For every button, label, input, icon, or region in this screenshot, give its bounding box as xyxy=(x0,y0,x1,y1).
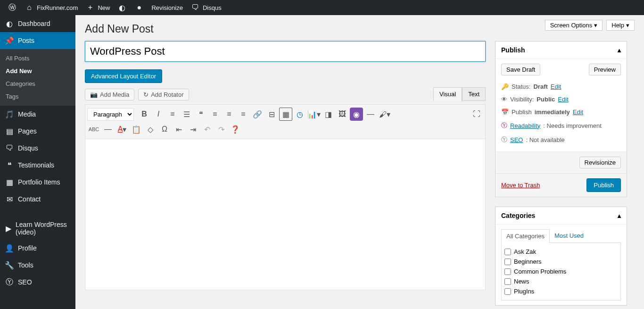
clear-button[interactable]: ◇ xyxy=(144,123,157,136)
timer-button[interactable]: ◷ xyxy=(293,108,306,121)
site-link[interactable]: ⌂FixRunner.com xyxy=(21,0,82,15)
all-categories-tab[interactable]: All Categories xyxy=(501,229,550,243)
category-checkbox[interactable] xyxy=(504,288,511,295)
toolbar-toggle-button[interactable]: ▦ xyxy=(279,108,292,121)
brush-button[interactable]: 🖌▾ xyxy=(378,108,391,121)
sidebar-item-profile[interactable]: 👤Profile xyxy=(0,240,75,257)
hr2-button[interactable]: — xyxy=(101,123,115,136)
specialchar-button[interactable]: Ω xyxy=(158,123,171,136)
screen-options-button[interactable]: Screen Options ▾ xyxy=(545,20,603,31)
sidebar-item-posts[interactable]: 📌Posts xyxy=(0,32,75,49)
admin-sidebar: ◐Dashboard 📌Posts All Posts Add New Cate… xyxy=(0,15,75,309)
editor-body[interactable] xyxy=(85,139,486,290)
align-right-button[interactable]: ≡ xyxy=(237,108,250,121)
move-to-trash-link[interactable]: Move to Trash xyxy=(501,182,540,189)
align-left-button[interactable]: ≡ xyxy=(208,108,222,121)
hr-button[interactable]: — xyxy=(364,108,377,121)
publish-button[interactable]: Publish xyxy=(586,178,621,192)
category-checkbox[interactable] xyxy=(504,249,511,255)
fullscreen-button[interactable]: ⛶ xyxy=(470,108,483,121)
outdent-button[interactable]: ⇤ xyxy=(172,123,185,136)
bullet-list-button[interactable]: ≡ xyxy=(166,108,179,121)
textcolor-button[interactable]: A▾ xyxy=(116,123,129,136)
add-rotator-button[interactable]: ↻Add Rotator xyxy=(138,89,189,100)
edit-status-link[interactable]: Edit xyxy=(551,83,561,90)
editor-toolbar: Paragraph B I ≡ ☰ ❝ ≡ ≡ ≡ 🔗 ⊟ ▦ ◷ 📊▾ xyxy=(85,104,486,139)
category-item[interactable]: News xyxy=(504,276,619,286)
subitem-tags[interactable]: Tags xyxy=(0,90,75,103)
sidebar-item-portfolio[interactable]: ▦Portfolio Items xyxy=(0,174,75,191)
category-checkbox[interactable] xyxy=(504,259,511,265)
edit-schedule-link[interactable]: Edit xyxy=(573,109,583,116)
pages-icon: ▤ xyxy=(5,126,14,136)
shortcode-button[interactable]: ◉ xyxy=(350,108,363,121)
category-item[interactable]: Ask Zak xyxy=(504,247,619,257)
indent-button[interactable]: ⇥ xyxy=(186,123,199,136)
link-button[interactable]: 🔗 xyxy=(251,108,264,121)
sidebar-item-seo[interactable]: ⓎSEO xyxy=(0,274,75,291)
category-list[interactable]: Ask Zak Beginners Common Problems News P… xyxy=(501,243,621,301)
italic-button[interactable]: I xyxy=(152,108,165,121)
chevron-up-icon: ▴ xyxy=(618,212,621,219)
strikethrough-button[interactable]: ABC xyxy=(87,123,100,136)
blockquote-button[interactable]: ❝ xyxy=(194,108,207,121)
sidebar-item-disqus[interactable]: 🗨Disqus xyxy=(0,140,75,157)
preview-button[interactable]: Preview xyxy=(589,64,621,75)
format-select[interactable]: Paragraph xyxy=(87,108,134,121)
chevron-up-icon: ▴ xyxy=(618,46,621,54)
sidebar-item-contact[interactable]: ✉Contact xyxy=(0,191,75,208)
status-dot[interactable]: ● xyxy=(131,0,148,15)
readmore-button[interactable]: ⊟ xyxy=(265,108,278,121)
revisionize-link[interactable]: Revisionize xyxy=(148,0,186,15)
text-tab[interactable]: Text xyxy=(462,87,486,101)
subitem-categories[interactable]: Categories xyxy=(0,77,75,90)
help-button-editor[interactable]: ❓ xyxy=(229,123,242,136)
undo-button[interactable]: ↶ xyxy=(200,123,214,136)
revisionize-button[interactable]: Revisionize xyxy=(579,157,621,168)
sidebar-item-tools[interactable]: 🔧Tools xyxy=(0,257,75,274)
help-button[interactable]: Help ▾ xyxy=(606,20,635,31)
most-used-tab[interactable]: Most Used xyxy=(550,229,588,242)
split-button[interactable]: ◨ xyxy=(322,108,335,121)
dashboard-icon: ◐ xyxy=(5,19,14,28)
categories-header[interactable]: Categories▴ xyxy=(495,207,627,225)
calendar-icon: 📅 xyxy=(501,109,509,116)
publish-header[interactable]: Publish▴ xyxy=(495,42,627,59)
category-checkbox[interactable] xyxy=(504,278,511,285)
category-item[interactable]: PlugIns xyxy=(504,286,619,296)
sidebar-item-media[interactable]: 🎵Media xyxy=(0,106,75,123)
pin-icon: 📌 xyxy=(5,36,14,45)
align-center-button[interactable]: ≡ xyxy=(223,108,236,121)
sidebar-item-pages[interactable]: ▤Pages xyxy=(0,123,75,140)
subitem-add-new[interactable]: Add New xyxy=(0,65,75,77)
post-title-input[interactable] xyxy=(85,41,486,62)
bold-button[interactable]: B xyxy=(138,108,151,121)
subitem-all-posts[interactable]: All Posts xyxy=(0,52,75,65)
add-media-button[interactable]: 📷Add Media xyxy=(85,89,134,100)
redo-button[interactable]: ↷ xyxy=(215,123,228,136)
category-item[interactable]: Common Problems xyxy=(504,267,619,276)
chart-button[interactable]: 📊▾ xyxy=(307,108,321,121)
new-link[interactable]: +New xyxy=(82,0,114,15)
category-checkbox[interactable] xyxy=(504,268,511,275)
wp-logo[interactable]: ⓦ xyxy=(4,0,21,15)
yoast-link[interactable]: ◐ xyxy=(114,0,131,15)
plus-icon: + xyxy=(85,3,95,12)
edit-visibility-link[interactable]: Edit xyxy=(558,96,568,103)
save-draft-button[interactable]: Save Draft xyxy=(501,64,540,75)
readability-link[interactable]: Readability xyxy=(510,122,540,129)
advanced-layout-button[interactable]: Advanced Layout Editor xyxy=(85,69,162,83)
sidebar-item-testimonials[interactable]: ❝Testimonials xyxy=(0,157,75,174)
seo-link[interactable]: SEO xyxy=(510,136,523,143)
categories-metabox: Categories▴ All Categories Most Used Ask… xyxy=(495,207,627,306)
number-list-button[interactable]: ☰ xyxy=(180,108,193,121)
paste-button[interactable]: 📋 xyxy=(130,123,143,136)
comment-icon: 🗨 xyxy=(190,3,200,12)
sidebar-item-learn[interactable]: ▶Learn WordPress (video) xyxy=(0,217,75,240)
video-icon: ▶ xyxy=(5,224,12,233)
sidebar-item-dashboard[interactable]: ◐Dashboard xyxy=(0,15,75,32)
disqus-link[interactable]: 🗨Disqus xyxy=(187,0,225,15)
visual-tab[interactable]: Visual xyxy=(433,87,462,101)
category-item[interactable]: Beginners xyxy=(504,257,619,267)
image-button[interactable]: 🖼 xyxy=(336,108,349,121)
